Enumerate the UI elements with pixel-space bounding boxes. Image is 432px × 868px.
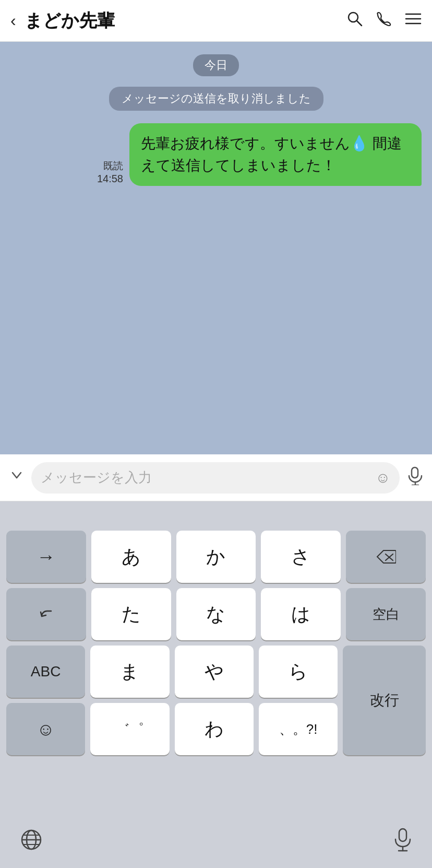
keyboard-rows: → あ か さ た な は 空白	[4, 531, 428, 755]
keyboard-row-2: た な は 空白	[6, 588, 426, 640]
message-meta: 既読 14:58	[97, 159, 123, 185]
keyboard-row-4: ☺ ゛゜ わ 、。?!	[6, 703, 338, 755]
key-ta[interactable]: た	[91, 588, 171, 640]
chat-title: まどか先輩	[25, 9, 346, 33]
key-ka[interactable]: か	[176, 531, 256, 583]
keyboard-row-1: → あ か さ	[6, 531, 426, 583]
key-return[interactable]: 改行	[343, 646, 426, 755]
chat-area: 今日 メッセージの送信を取り消しました 既読 14:58 先輩お疲れ様です。すい…	[0, 42, 432, 454]
key-sa[interactable]: さ	[261, 531, 341, 583]
message-row-sent: 既読 14:58 先輩お疲れ様です。すいません💧 間違えて送信してしまいました！	[10, 123, 422, 186]
input-bar: メッセージを入力 ☺	[0, 454, 432, 501]
key-ra[interactable]: ら	[259, 646, 338, 698]
key-ya[interactable]: や	[175, 646, 254, 698]
message-time: 14:58	[97, 173, 123, 185]
key-abc[interactable]: ABC	[6, 646, 85, 698]
svg-rect-15	[399, 829, 406, 841]
key-ha[interactable]: は	[261, 588, 341, 640]
date-badge: 今日	[193, 54, 239, 76]
back-button[interactable]: ‹	[10, 11, 16, 30]
key-na[interactable]: な	[176, 588, 256, 640]
svg-rect-5	[412, 467, 418, 478]
key-ma[interactable]: ま	[90, 646, 169, 698]
globe-key[interactable]	[20, 828, 43, 856]
system-message: メッセージの送信を取り消しました	[109, 87, 323, 111]
expand-button[interactable]	[9, 468, 24, 487]
key-emoji[interactable]: ☺	[6, 703, 85, 755]
phone-icon[interactable]	[376, 10, 392, 31]
key-punctuation[interactable]: 、。?!	[259, 703, 338, 755]
key-delete[interactable]	[346, 531, 426, 583]
svg-line-1	[357, 21, 362, 26]
keyboard-area: → あ か さ た な は 空白	[0, 501, 432, 868]
key-arrow[interactable]: →	[6, 531, 86, 583]
message-input-field[interactable]: メッセージを入力 ☺	[31, 462, 400, 494]
search-icon[interactable]	[346, 10, 363, 31]
key-undo[interactable]	[6, 588, 86, 640]
key-wa[interactable]: わ	[175, 703, 254, 755]
key-space[interactable]: 空白	[346, 588, 426, 640]
read-label: 既読	[103, 159, 123, 173]
message-bubble-sent: 先輩お疲れ様です。すいません💧 間違えて送信してしまいました！	[129, 123, 422, 186]
key-dakuten[interactable]: ゛゜	[90, 703, 169, 755]
key-a[interactable]: あ	[91, 531, 171, 583]
keyboard-mic-key[interactable]	[393, 828, 412, 857]
header-icons	[346, 10, 422, 31]
input-placeholder: メッセージを入力	[41, 468, 370, 487]
keyboard-row-3: ABC ま や ら	[6, 646, 338, 698]
menu-icon[interactable]	[405, 11, 422, 30]
mic-button[interactable]	[407, 466, 423, 489]
header: ‹ まどか先輩	[0, 0, 432, 42]
keyboard-rows-3-4: ABC ま や ら ☺ ゛゜ わ 、。?! 改行	[6, 646, 426, 755]
emoji-button[interactable]: ☺	[375, 470, 390, 486]
keyboard-bottom-bar	[4, 816, 428, 868]
